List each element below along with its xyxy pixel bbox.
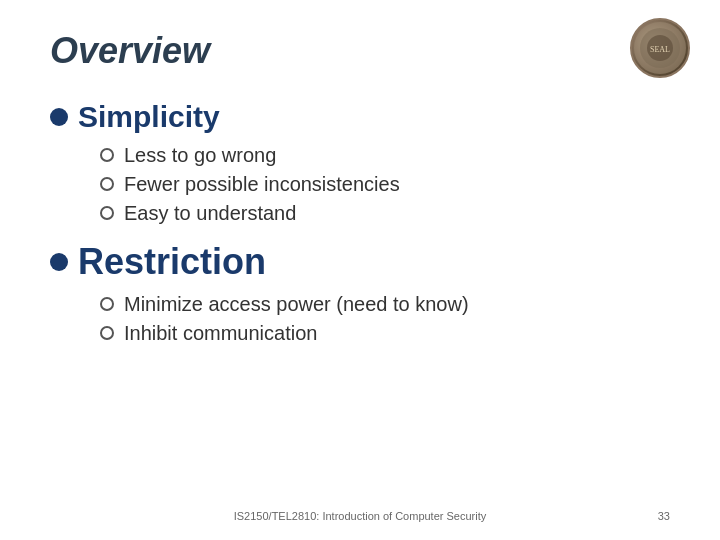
- list-item: Minimize access power (need to know): [100, 293, 670, 316]
- restriction-subitems: Minimize access power (need to know) Inh…: [100, 293, 670, 345]
- restriction-title: Restriction: [78, 241, 266, 283]
- simplicity-subitems: Less to go wrong Fewer possible inconsis…: [100, 144, 670, 225]
- sub-item-text: Fewer possible inconsistencies: [124, 173, 400, 196]
- simplicity-header: Simplicity: [50, 100, 670, 134]
- restriction-bullet: [50, 253, 68, 271]
- footer: IS2150/TEL2810: Introduction of Computer…: [0, 510, 720, 522]
- simplicity-bullet: [50, 108, 68, 126]
- svg-text:SEAL: SEAL: [650, 45, 670, 54]
- restriction-header: Restriction: [50, 241, 670, 283]
- slide-title: Overview: [50, 30, 670, 72]
- circle-bullet-icon: [100, 206, 114, 220]
- circle-bullet-icon: [100, 297, 114, 311]
- sub-item-text: Easy to understand: [124, 202, 296, 225]
- footer-page-number: 33: [658, 510, 670, 522]
- list-item: Inhibit communication: [100, 322, 670, 345]
- sub-item-text: Less to go wrong: [124, 144, 276, 167]
- list-item: Fewer possible inconsistencies: [100, 173, 670, 196]
- circle-bullet-icon: [100, 148, 114, 162]
- slide: SEAL Overview Simplicity Less to go wron…: [0, 0, 720, 540]
- logo-circle: SEAL: [630, 18, 690, 78]
- footer-course: IS2150/TEL2810: Introduction of Computer…: [0, 510, 720, 522]
- sub-item-text: Inhibit communication: [124, 322, 317, 345]
- sub-item-text: Minimize access power (need to know): [124, 293, 469, 316]
- simplicity-title: Simplicity: [78, 100, 220, 134]
- list-item: Less to go wrong: [100, 144, 670, 167]
- circle-bullet-icon: [100, 326, 114, 340]
- logo-svg: SEAL: [632, 20, 688, 76]
- circle-bullet-icon: [100, 177, 114, 191]
- list-item: Easy to understand: [100, 202, 670, 225]
- university-logo: SEAL: [630, 18, 690, 78]
